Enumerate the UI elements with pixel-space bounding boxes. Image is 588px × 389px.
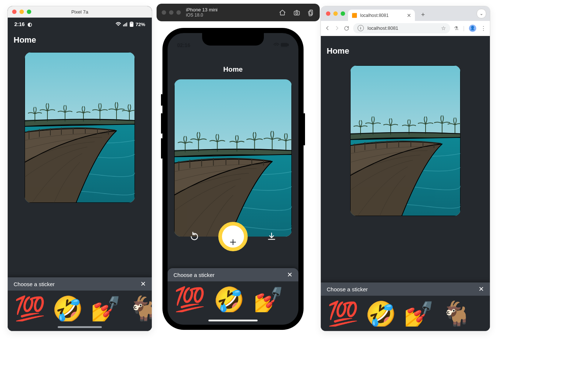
- profile-icon[interactable]: 👤: [469, 25, 476, 32]
- browser-viewport: Home Choose a sticker ✕ 💯 🤣 💅 🐐: [321, 36, 490, 331]
- iphone-frame: 02:16 Home ＋ Choose a sticker ✕ 💯 �: [162, 28, 304, 330]
- home-icon[interactable]: [279, 9, 286, 16]
- android-window-title: Pixel 7a: [8, 9, 152, 15]
- tab-title: localhost:8081: [360, 13, 388, 18]
- sticker-sheet-title: Choose a sticker: [14, 281, 55, 287]
- android-emulator-window: Pixel 7a 2:16 ◐ 72% Home Choose a sticke…: [7, 6, 152, 331]
- status-time: 2:16: [14, 21, 25, 27]
- svg-rect-23: [281, 43, 287, 46]
- forward-icon[interactable]: [334, 25, 340, 31]
- android-window-titlebar: Pixel 7a: [8, 6, 152, 18]
- close-icon[interactable]: [162, 10, 166, 15]
- sticker-item[interactable]: 💅: [253, 287, 284, 312]
- sticker-item[interactable]: 🤣: [365, 302, 397, 327]
- iphone-notch: [202, 33, 264, 46]
- signal-icon: [123, 22, 128, 26]
- photo-preview[interactable]: [350, 65, 460, 216]
- rotate-icon[interactable]: [308, 9, 315, 16]
- sticker-item[interactable]: 💯: [174, 287, 205, 312]
- screenshot-icon[interactable]: [293, 9, 300, 16]
- ios-device-name: iPhone 13 mini: [186, 7, 218, 13]
- sticker-list: 💯 🤣 💅 🐐: [8, 291, 152, 321]
- ios-simulator-toolbar: iPhone 13 mini iOS 18.0: [157, 4, 320, 21]
- sticker-item[interactable]: 🐐: [441, 302, 472, 327]
- close-icon[interactable]: ✕: [140, 281, 146, 287]
- menu-icon[interactable]: ⋮: [481, 25, 486, 32]
- browser-tab[interactable]: 🟧 localhost:8081 ✕: [348, 10, 415, 21]
- address-bar[interactable]: i localhost:8081 ☆: [353, 23, 450, 33]
- maximize-icon[interactable]: [176, 10, 181, 15]
- sticker-item[interactable]: 💅: [90, 296, 121, 321]
- maximize-icon[interactable]: [341, 11, 345, 16]
- sticker-item[interactable]: 💅: [403, 302, 434, 327]
- sticker-sheet-header: Choose a sticker ✕: [168, 268, 298, 281]
- sticker-item[interactable]: 🐐: [128, 296, 152, 321]
- page-title: Home: [168, 52, 298, 79]
- status-indicators: [273, 42, 289, 48]
- android-screen: 2:16 ◐ 72% Home Choose a sticker ✕ 💯 🤣 💅: [8, 18, 152, 331]
- back-icon[interactable]: [325, 25, 330, 31]
- minimize-icon[interactable]: [169, 10, 173, 15]
- page-title: Home: [8, 35, 152, 52]
- svg-point-20: [296, 12, 298, 14]
- close-icon[interactable]: ✕: [287, 271, 293, 278]
- sticker-item[interactable]: 🤣: [52, 296, 83, 321]
- reset-icon[interactable]: [190, 232, 199, 241]
- ios-home-indicator[interactable]: [208, 320, 258, 321]
- svg-rect-22: [308, 11, 312, 16]
- svg-rect-19: [294, 11, 299, 15]
- page-title: Home: [321, 36, 490, 63]
- battery-icon: [130, 22, 133, 27]
- sticker-sheet: Choose a sticker ✕ 💯 🤣 💅 🐐: [8, 277, 152, 331]
- url-text: localhost:8081: [368, 25, 398, 31]
- sticker-list: 💯 🤣 💅: [168, 281, 298, 312]
- svg-rect-24: [288, 44, 288, 46]
- ios-screen: 02:16 Home ＋ Choose a sticker ✕ 💯 �: [168, 33, 298, 325]
- ios-toolbar-title: iPhone 13 mini iOS 18.0: [186, 7, 218, 18]
- window-traffic-lights[interactable]: [162, 10, 181, 15]
- new-tab-button[interactable]: +: [418, 10, 428, 20]
- sticker-sheet: Choose a sticker ✕ 💯 🤣 💅 🐐: [321, 282, 490, 331]
- browser-window: 🟧 localhost:8081 ✕ + ⌄ i localhost:8081 …: [320, 6, 490, 331]
- status-app-icon: ◐: [28, 21, 32, 27]
- svg-rect-21: [310, 10, 313, 15]
- android-nav-pill[interactable]: [58, 326, 102, 328]
- action-row: ＋: [168, 222, 298, 251]
- svg-rect-17: [131, 22, 132, 22]
- site-info-icon[interactable]: i: [358, 25, 364, 31]
- download-icon[interactable]: [267, 232, 276, 241]
- wifi-icon: [116, 22, 121, 27]
- window-traffic-lights[interactable]: [326, 11, 345, 16]
- browser-tab-strip: 🟧 localhost:8081 ✕ + ⌄: [321, 6, 490, 21]
- status-time: 02:16: [177, 42, 190, 48]
- sticker-item[interactable]: 🤣: [214, 287, 245, 312]
- browser-toolbar: i localhost:8081 ☆ ⚗ | 👤 ⋮: [321, 21, 490, 36]
- minimize-icon[interactable]: [333, 11, 338, 16]
- sticker-sheet-header: Choose a sticker ✕: [321, 282, 490, 296]
- sticker-item[interactable]: 💯: [327, 302, 359, 327]
- sticker-sheet-title: Choose a sticker: [327, 286, 368, 292]
- extensions-icon[interactable]: ⚗: [454, 25, 459, 31]
- reload-icon[interactable]: [344, 25, 349, 31]
- close-tab-icon[interactable]: ✕: [407, 12, 411, 18]
- add-sticker-button[interactable]: ＋: [218, 222, 248, 251]
- close-icon[interactable]: ✕: [478, 286, 484, 292]
- android-status-bar: 2:16 ◐ 72%: [8, 18, 152, 35]
- photo-preview[interactable]: [25, 52, 135, 203]
- sticker-sheet: Choose a sticker ✕ 💯 🤣 💅: [168, 268, 298, 325]
- bookmark-icon[interactable]: ☆: [441, 25, 446, 32]
- sticker-sheet-title: Choose a sticker: [173, 272, 215, 278]
- favicon-icon: 🟧: [352, 13, 357, 18]
- sticker-sheet-header: Choose a sticker ✕: [8, 277, 152, 291]
- sticker-item[interactable]: 💯: [14, 296, 46, 321]
- sticker-list: 💯 🤣 💅 🐐: [321, 296, 490, 327]
- svg-rect-18: [130, 24, 132, 26]
- status-battery-percent: 72%: [136, 22, 145, 27]
- photo-preview[interactable]: [174, 79, 292, 237]
- close-icon[interactable]: [326, 11, 330, 16]
- ios-os-version: iOS 18.0: [186, 13, 218, 18]
- tab-overflow-button[interactable]: ⌄: [477, 9, 486, 18]
